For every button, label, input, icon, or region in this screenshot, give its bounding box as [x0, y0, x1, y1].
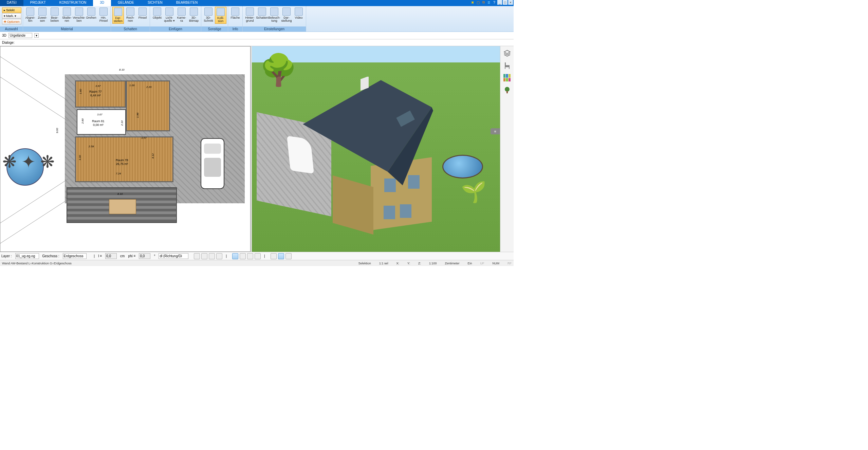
ribbon-beleuchtung[interactable]: Beleuch-tung — [269, 7, 280, 23]
ribbon-darstellen[interactable]: Dar-stellen — [112, 7, 124, 24]
dim-412: 4.12 — [151, 153, 154, 159]
layer-combo[interactable] — [8, 33, 32, 38]
dim-198: 1.98 — [136, 113, 139, 118]
close-button[interactable]: × — [508, 0, 513, 5]
sapling-3d: 🌱 — [461, 182, 486, 202]
phi-input[interactable] — [139, 253, 150, 259]
copy-icon[interactable]: ⧉ — [481, 0, 486, 5]
tab-projekt[interactable]: PROJEKT — [23, 0, 53, 6]
toggle-a[interactable] — [232, 253, 238, 259]
dim-367b: 3.67 — [97, 113, 103, 116]
status-z: Z: — [418, 262, 421, 265]
ribbon-abgreifen[interactable]: Abgrei-fen — [24, 7, 36, 23]
tree-icon[interactable] — [503, 86, 511, 94]
status-uf: UF — [480, 262, 484, 265]
svg-point-12 — [505, 87, 510, 92]
group-schatten-label: Schatten — [111, 26, 150, 32]
view-2d[interactable]: ❋ ✦ ❋ 8.10 9.00 Raum 776,44 m² 3.67 Raum… — [0, 46, 251, 252]
expand-handle[interactable]: ≡ — [491, 128, 500, 134]
tab-bearbeiten[interactable]: BEARBEITEN — [169, 0, 204, 6]
ribbon-pinsel[interactable]: Pinsel — [137, 7, 148, 23]
l-label: l = — [98, 254, 102, 258]
ribbon-rechnen[interactable]: Rech-nen — [125, 7, 136, 23]
dim-100: 1.00 — [129, 84, 135, 87]
group-einfuegen-label: Einfügen — [150, 26, 201, 32]
layers-icon[interactable] — [503, 50, 511, 57]
right-tool-strip — [500, 46, 514, 252]
ribbon-schnitt3d[interactable]: 3D-Schnitt — [203, 7, 214, 23]
camera-icon[interactable] — [209, 253, 215, 259]
window-3d — [400, 204, 411, 218]
ribbon-kamera[interactable]: Kame-ra — [176, 7, 187, 23]
layers-icon[interactable]: ≣ — [486, 0, 491, 5]
box-icon[interactable]: ▢ — [476, 0, 480, 5]
tab-sichten[interactable]: SICHTEN — [141, 0, 169, 6]
ribbon-bitmap3d[interactable]: 3D-Bitmap — [188, 7, 200, 23]
propbar-icons-1 — [194, 253, 222, 259]
svg-line-0 — [0, 57, 68, 101]
tab-gelaende[interactable]: GELÄNDE — [111, 0, 141, 6]
tab-datei[interactable]: DATEI — [0, 0, 23, 6]
phi-label: phi = — [128, 254, 135, 258]
ribbon-hintergrund[interactable]: Hinter-grund — [244, 7, 256, 23]
chair-icon[interactable] — [503, 62, 511, 69]
status-unit: Zentimeter — [445, 262, 459, 265]
propbar-icons-2 — [232, 253, 261, 259]
ribbon-drehen[interactable]: Drehen — [86, 7, 97, 23]
maximize-button[interactable]: □ — [503, 0, 507, 5]
tools-icon[interactable]: ✖ — [470, 0, 475, 5]
mark-button[interactable]: ▾Mark.▾ — [2, 13, 21, 19]
toggle-d[interactable] — [255, 253, 261, 259]
ribbon-zuweisen[interactable]: Zuwei-sen — [37, 7, 48, 23]
layer-select[interactable] — [15, 253, 39, 259]
l-input[interactable] — [105, 253, 117, 259]
compass-icon[interactable] — [278, 253, 284, 259]
chevron-down-icon[interactable]: ▾ — [34, 33, 39, 38]
toggle-c[interactable] — [247, 253, 253, 259]
ribbon-lichtquelle[interactable]: Licht-quelle ▾ — [164, 7, 175, 23]
dim-280: 2.80 — [81, 118, 84, 124]
tab-konstruktion[interactable]: KONSTRUKTION — [53, 0, 93, 6]
ribbon-kollision[interactable]: Kolli-sion — [215, 7, 226, 24]
geschoss-label: Geschoss : — [42, 254, 59, 258]
ribbon-hinpinsel[interactable]: Hin.Pinsel — [98, 7, 109, 23]
clock-icon[interactable] — [194, 253, 200, 259]
status-ein: Ein — [467, 262, 472, 265]
tab-3d[interactable]: 3D — [93, 0, 111, 6]
dl-select[interactable] — [159, 253, 188, 259]
selekt-button[interactable]: ▸Selekt — [2, 7, 21, 13]
svg-line-1 — [0, 77, 68, 121]
optionen-button[interactable]: ✚Optionen — [2, 19, 21, 24]
ribbon-flaeche[interactable]: Fläche — [229, 7, 241, 23]
geschoss-select[interactable] — [63, 253, 87, 259]
svg-rect-9 — [505, 62, 506, 65]
cube-icon[interactable] — [216, 253, 222, 259]
dim-724: 7.24 — [116, 172, 121, 175]
context-bar-1: 3D ▾ — [0, 32, 514, 39]
ribbon-darstellung[interactable]: Dar-stellung — [281, 7, 292, 23]
layer-label: Layer : — [1, 254, 12, 258]
rect-icon[interactable] — [201, 253, 207, 259]
ribbon-objekt[interactable]: Objekt — [151, 7, 163, 23]
view-3d[interactable]: 🌳 🌱 ≡ — [252, 46, 500, 252]
dim-terrace: 8.10 — [117, 192, 123, 195]
ribbon-verschieben[interactable]: Verschie-ben — [73, 7, 85, 23]
toggle-b[interactable] — [240, 253, 246, 259]
ribbon-skalieren[interactable]: Skalie-ren — [61, 7, 73, 23]
svg-rect-13 — [506, 91, 508, 93]
ribbon-video[interactable]: Video — [293, 7, 304, 23]
info-icon[interactable] — [285, 253, 292, 259]
svg-rect-8 — [505, 65, 510, 67]
palette-icon[interactable] — [503, 74, 511, 81]
dialoge-label: Dialoge: — [2, 41, 15, 44]
ribbon-bearbeiten[interactable]: Bear-beiten — [49, 7, 60, 23]
pond-2d[interactable] — [6, 148, 44, 186]
help-icon[interactable]: ? — [492, 0, 497, 5]
car-2d[interactable] — [201, 138, 224, 189]
titlebar-right: ✖ ▢ ⧉ ≣ ? _ □ × — [470, 0, 513, 5]
minimize-button[interactable]: _ — [497, 0, 502, 5]
ribbon-schatten2[interactable]: Schatten — [256, 7, 268, 23]
group-sonstige-label: Sonstige — [201, 26, 228, 32]
status-rf: RF — [507, 262, 512, 265]
grid-icon[interactable] — [271, 253, 277, 259]
